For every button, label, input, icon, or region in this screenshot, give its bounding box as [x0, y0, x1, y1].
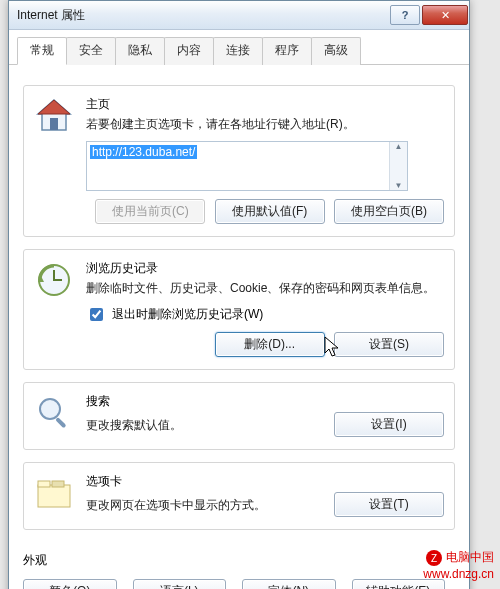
home-icon: [34, 96, 74, 136]
tab-programs[interactable]: 程序: [262, 37, 312, 65]
homepage-url-value: http://123.duba.net/: [90, 145, 197, 159]
svg-rect-9: [52, 481, 64, 487]
scroll-up-icon[interactable]: ▲: [395, 142, 403, 151]
watermark: Z 电脑中国 www.dnzg.cn: [423, 549, 494, 583]
use-blank-button[interactable]: 使用空白页(B): [334, 199, 444, 224]
tab-privacy[interactable]: 隐私: [115, 37, 165, 65]
svg-rect-7: [38, 485, 70, 507]
delete-on-exit-label: 退出时删除浏览历史记录(W): [112, 306, 263, 323]
group-appearance: 外观 颜色(O) 语言(L) 字体(N) 辅助功能(E): [23, 542, 455, 589]
tab-panel-general: 主页 若要创建主页选项卡，请在各地址行键入地址(R)。 http://123.d…: [9, 65, 469, 589]
dialog-window: Internet 属性 ? ✕ 常规 安全 隐私 内容 连接 程序 高级 主页 …: [8, 0, 470, 589]
svg-rect-6: [55, 417, 66, 428]
watermark-line2: www.dnzg.cn: [423, 567, 494, 581]
use-current-button: 使用当前页(C): [95, 199, 205, 224]
tab-strip: 常规 安全 隐私 内容 连接 程序 高级: [9, 30, 469, 65]
group-search: 搜索 更改搜索默认值。 设置(I): [23, 382, 455, 450]
delete-on-exit-input[interactable]: [90, 308, 103, 321]
tab-advanced[interactable]: 高级: [311, 37, 361, 65]
svg-rect-1: [50, 118, 58, 130]
homepage-url-input[interactable]: http://123.duba.net/ ▲▼: [86, 141, 408, 191]
title-bar[interactable]: Internet 属性 ? ✕: [9, 1, 469, 30]
watermark-logo-icon: Z: [425, 549, 443, 567]
history-description: 删除临时文件、历史记录、Cookie、保存的密码和网页表单信息。: [86, 279, 444, 297]
scroll-down-icon[interactable]: ▼: [395, 181, 403, 190]
homepage-description: 若要创建主页选项卡，请在各地址行键入地址(R)。: [86, 115, 444, 133]
history-settings-button[interactable]: 设置(S): [334, 332, 444, 357]
search-icon: [34, 393, 74, 433]
languages-button[interactable]: 语言(L): [133, 579, 227, 589]
group-tabs-legend: 选项卡: [86, 474, 122, 488]
group-homepage-legend: 主页: [86, 97, 110, 111]
group-tabs: 选项卡 更改网页在选项卡中显示的方式。 设置(T): [23, 462, 455, 530]
group-appearance-legend: 外观: [23, 553, 47, 567]
search-description: 更改搜索默认值。: [86, 416, 182, 434]
help-button[interactable]: ?: [390, 5, 420, 25]
delete-button[interactable]: 删除(D)...: [215, 332, 325, 357]
tab-connections[interactable]: 连接: [213, 37, 263, 65]
group-history: 浏览历史记录 删除临时文件、历史记录、Cookie、保存的密码和网页表单信息。 …: [23, 249, 455, 370]
tab-general[interactable]: 常规: [17, 37, 67, 65]
search-settings-button[interactable]: 设置(I): [334, 412, 444, 437]
tabs-description: 更改网页在选项卡中显示的方式。: [86, 496, 266, 514]
use-default-button[interactable]: 使用默认值(F): [215, 199, 325, 224]
group-search-legend: 搜索: [86, 394, 110, 408]
colors-button[interactable]: 颜色(O): [23, 579, 117, 589]
tab-content[interactable]: 内容: [164, 37, 214, 65]
history-icon: [34, 260, 74, 300]
group-homepage: 主页 若要创建主页选项卡，请在各地址行键入地址(R)。 http://123.d…: [23, 85, 455, 237]
tabs-settings-button[interactable]: 设置(T): [334, 492, 444, 517]
svg-point-5: [40, 399, 60, 419]
svg-marker-2: [38, 100, 70, 114]
svg-rect-8: [38, 481, 50, 487]
close-button[interactable]: ✕: [422, 5, 468, 25]
svg-text:Z: Z: [431, 553, 437, 564]
tabs-icon: [34, 473, 74, 513]
tab-security[interactable]: 安全: [66, 37, 116, 65]
group-history-legend: 浏览历史记录: [86, 261, 158, 275]
watermark-line1: 电脑中国: [446, 551, 494, 565]
window-title: Internet 属性: [17, 7, 389, 24]
fonts-button[interactable]: 字体(N): [242, 579, 336, 589]
delete-on-exit-checkbox[interactable]: 退出时删除浏览历史记录(W): [86, 305, 444, 324]
scrollbar[interactable]: ▲▼: [389, 142, 407, 190]
